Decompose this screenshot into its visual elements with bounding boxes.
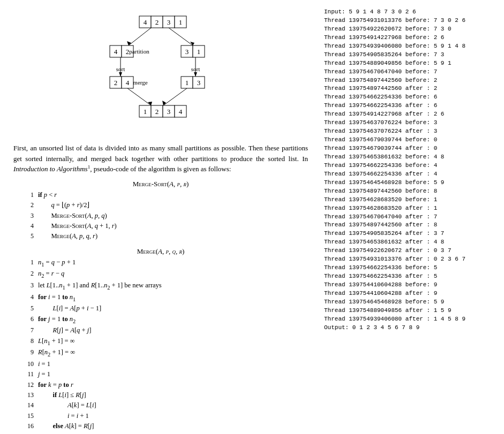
diagram-svg: 4 2 3 1 4 2 partition (80, 13, 241, 131)
svg-marker-9 (127, 41, 131, 45)
svg-text:3: 3 (197, 79, 201, 87)
svg-line-8 (129, 28, 151, 45)
svg-text:1: 1 (185, 79, 189, 87)
svg-line-38 (163, 88, 187, 105)
svg-text:3: 3 (167, 108, 171, 116)
svg-marker-26 (194, 72, 197, 77)
svg-line-10 (169, 28, 193, 45)
svg-text:3: 3 (185, 48, 189, 56)
right-panel: Input: 5 9 1 4 8 7 3 0 2 6 Thread 139754… (321, 5, 499, 434)
svg-text:partition: partition (129, 48, 149, 55)
svg-text:1: 1 (179, 18, 183, 26)
svg-text:2: 2 (114, 79, 118, 87)
merge-sort-lines: 1if p < r 2 q = ⌊(p + r)/2⌋ 3 Merge-Sort… (24, 190, 308, 242)
svg-line-36 (127, 88, 151, 105)
svg-text:2: 2 (155, 108, 159, 116)
left-panel: 4 2 3 1 4 2 partition (5, 5, 316, 434)
svg-marker-24 (119, 72, 122, 77)
svg-text:3: 3 (167, 18, 171, 26)
merge-section: Merge(A, p, q, r) 1n1 = q − p + 1 2n2 = … (13, 247, 308, 434)
merge-title: Merge(A, p, q, r) (13, 247, 308, 256)
svg-text:merge: merge (133, 79, 147, 86)
svg-text:4: 4 (114, 48, 118, 56)
merge-sort-title: Merge-Sort(A, p, r) (13, 180, 308, 188)
svg-text:4: 4 (144, 18, 147, 26)
merge-sort-section: Merge-Sort(A, p, r) 1if p < r 2 q = ⌊(p … (13, 180, 308, 242)
svg-text:4: 4 (179, 108, 183, 116)
svg-text:2: 2 (155, 18, 159, 26)
svg-text:1: 1 (144, 108, 147, 116)
merge-lines: 1n1 = q − p + 1 2n2 = r − q 3let L[1..n1… (24, 257, 308, 434)
svg-text:1: 1 (197, 48, 201, 56)
merge-sort-diagram: 4 2 3 1 4 2 partition (13, 13, 308, 136)
intro-paragraph: First, an unsorted list of data is divid… (13, 143, 308, 174)
svg-text:2: 2 (126, 48, 130, 56)
together-text: together (132, 155, 155, 163)
svg-text:4: 4 (126, 79, 130, 87)
